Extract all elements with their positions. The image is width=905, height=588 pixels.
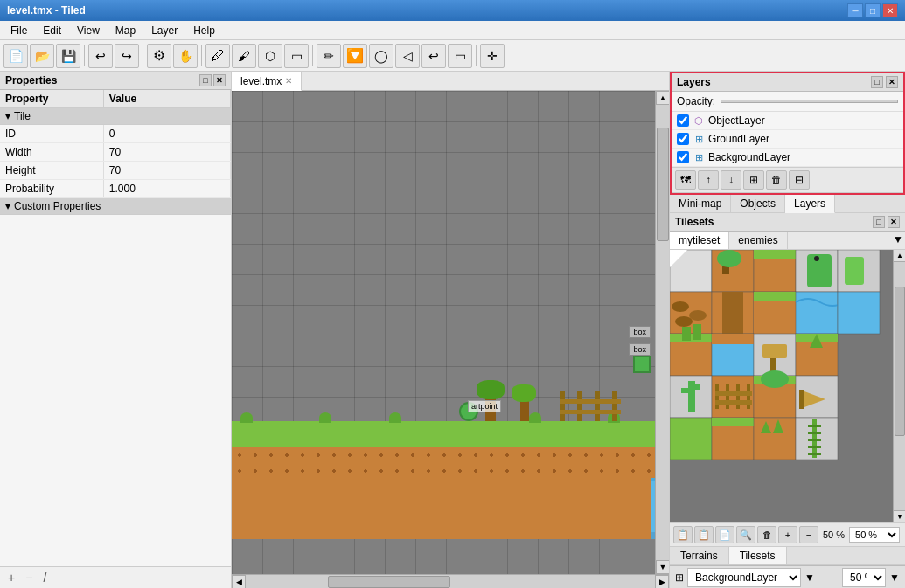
stamp-btn[interactable]: 🖊 — [205, 44, 230, 68]
tab-layers[interactable]: Layers — [785, 195, 835, 213]
tileset-add-btn[interactable]: + — [778, 526, 797, 543]
tab-objects[interactable]: Objects — [731, 195, 785, 212]
tilesets-header-controls: □ ✕ — [873, 216, 900, 228]
object-rect-btn[interactable]: ▭ — [448, 44, 472, 68]
polygon-btn[interactable]: ◁ — [395, 44, 420, 68]
tileset-scroll-track[interactable] — [894, 262, 905, 510]
h-scroll-right-btn[interactable]: ▶ — [655, 575, 669, 589]
layer-item-objectlayer[interactable]: ⬡ ObjectLayer — [672, 112, 903, 130]
tileset-canvas[interactable]: ▲ ▼ — [670, 250, 905, 522]
h-scroll-thumb[interactable] — [328, 576, 450, 588]
window-controls: ─ □ ✕ — [847, 3, 898, 17]
rect-select-btn[interactable]: ▭ — [284, 44, 309, 68]
move-tool-btn[interactable]: ✛ — [480, 44, 505, 68]
properties-close-btn[interactable]: ✕ — [213, 74, 226, 86]
canvas-scrollable[interactable]: artpoint Box box box — [232, 91, 655, 574]
edit-property-btn[interactable]: / — [40, 570, 49, 585]
prop-row-height[interactable]: Height 70 — [0, 162, 231, 180]
tab-level-tmx[interactable]: level.tmx ✕ — [232, 72, 302, 91]
prop-row-id[interactable]: ID 0 — [0, 125, 231, 143]
menu-help[interactable]: Help — [186, 23, 222, 38]
v-scroll-down-btn[interactable]: ▼ — [656, 560, 669, 574]
layer-item-groundlayer[interactable]: ⊞ GroundLayer — [672, 130, 903, 149]
prop-row-width[interactable]: Width 70 — [0, 143, 231, 162]
hand-btn[interactable]: ✋ — [173, 44, 198, 68]
minimize-btn[interactable]: ─ — [847, 3, 863, 17]
layer-add-tile-btn[interactable]: 🗺 — [675, 170, 696, 190]
properties-undock-btn[interactable]: □ — [199, 74, 212, 86]
add-property-btn[interactable]: + — [5, 570, 17, 585]
paint-btn[interactable]: 🖌 — [232, 44, 256, 68]
tab-close-level[interactable]: ✕ — [285, 76, 292, 86]
svg-point-16 — [675, 316, 693, 327]
v-scroll-up-btn[interactable]: ▲ — [656, 91, 669, 105]
save-btn[interactable]: 💾 — [56, 44, 80, 68]
layer-check-groundlayer[interactable] — [677, 133, 689, 145]
layers-close-btn[interactable]: ✕ — [886, 76, 898, 88]
layers-undock-btn[interactable]: □ — [871, 76, 883, 88]
tileset-copy-btn[interactable]: 📋 — [694, 526, 714, 543]
layer-item-backgroundlayer[interactable]: ⊞ BackgroundLayer — [672, 149, 903, 167]
layer-move-up-btn[interactable]: ↑ — [698, 170, 719, 190]
layer-remove-btn[interactable]: ⊟ — [789, 170, 810, 190]
open-btn[interactable]: 📂 — [30, 44, 54, 68]
terrain-tab-tilesets[interactable]: Tilesets — [729, 547, 787, 564]
menu-view[interactable]: View — [70, 23, 107, 38]
layer-delete-btn[interactable]: 🗑 — [766, 170, 787, 190]
zoom-select[interactable]: 50 % 100 % 200 % — [842, 568, 886, 587]
prop-name-id: ID — [0, 125, 104, 142]
tileset-scroll-thumb[interactable] — [895, 287, 905, 435]
svg-rect-24 — [838, 292, 880, 334]
menu-map[interactable]: Map — [108, 23, 143, 38]
h-scroll-track[interactable] — [246, 575, 655, 589]
tileset-scroll-down[interactable]: ▼ — [894, 510, 905, 522]
curve-btn[interactable]: ↩ — [421, 44, 446, 68]
prop-row-probability[interactable]: Probability 1.000 — [0, 180, 231, 198]
tileset-v-scroll[interactable]: ▲ ▼ — [893, 250, 905, 522]
tileset-zoom-select[interactable]: 50 % 100 % 200 % — [849, 527, 900, 543]
v-scroll-track[interactable] — [656, 105, 669, 560]
opacity-slider[interactable] — [721, 100, 898, 103]
v-scroll-thumb[interactable] — [657, 128, 669, 241]
ellipse-btn[interactable]: ◯ — [369, 44, 393, 68]
tileset-tab-mytileset[interactable]: mytileset — [670, 232, 729, 249]
tilesets-close-btn[interactable]: ✕ — [888, 216, 900, 228]
close-btn[interactable]: ✕ — [882, 3, 898, 17]
h-scrollbar[interactable]: ◀ ▶ — [232, 574, 669, 588]
tileset-dropdown-btn[interactable]: ▼ — [891, 232, 905, 249]
redo-btn[interactable]: ↪ — [115, 44, 139, 68]
bucket-btn[interactable]: 🔽 — [343, 44, 367, 68]
v-scrollbar[interactable]: ▲ ▼ — [655, 91, 669, 574]
tab-label-level: level.tmx — [240, 75, 282, 87]
settings-btn[interactable]: ⚙ — [147, 44, 171, 68]
layer-check-objectlayer[interactable] — [677, 114, 689, 127]
svg-rect-18 — [722, 292, 743, 334]
remove-property-btn[interactable]: − — [23, 570, 35, 585]
layer-icon-grid: ⊞ — [675, 571, 684, 584]
tab-mini-map[interactable]: Mini-map — [670, 195, 731, 212]
layer-duplicate-btn[interactable]: ⊞ — [743, 170, 764, 190]
tileset-tab-enemies[interactable]: enemies — [729, 232, 787, 249]
layer-check-backgroundlayer[interactable] — [677, 151, 689, 163]
tilesets-undock-btn[interactable]: □ — [873, 216, 885, 228]
tileset-delete-btn[interactable]: 🗑 — [757, 526, 776, 543]
tileset-paste-btn[interactable]: 📄 — [715, 526, 734, 543]
menu-edit[interactable]: Edit — [36, 23, 68, 38]
undo-btn[interactable]: ↩ — [88, 44, 113, 68]
h-scroll-left-btn[interactable]: ◀ — [232, 575, 246, 589]
tileset-new-btn[interactable]: 📋 — [673, 526, 693, 543]
prop-group-tile: ▾ Tile — [0, 108, 231, 125]
tileset-scroll-up[interactable]: ▲ — [894, 250, 905, 262]
menu-file[interactable]: File — [3, 23, 34, 38]
eraser-btn[interactable]: ⬡ — [258, 44, 282, 68]
tileset-remove-btn[interactable]: − — [799, 526, 818, 543]
menu-layer[interactable]: Layer — [144, 23, 184, 38]
tileset-search-btn[interactable]: 🔍 — [736, 526, 755, 543]
pencil-btn[interactable]: ✏ — [317, 44, 341, 68]
terrain-tab-terrains[interactable]: Terrains — [670, 547, 729, 564]
layer-move-down-btn[interactable]: ↓ — [721, 170, 741, 190]
new-file-btn[interactable]: 📄 — [3, 44, 28, 68]
layer-select[interactable]: BackgroundLayer GroundLayer ObjectLayer — [687, 568, 801, 587]
maximize-btn[interactable]: □ — [865, 3, 881, 17]
svg-rect-23 — [796, 292, 838, 334]
